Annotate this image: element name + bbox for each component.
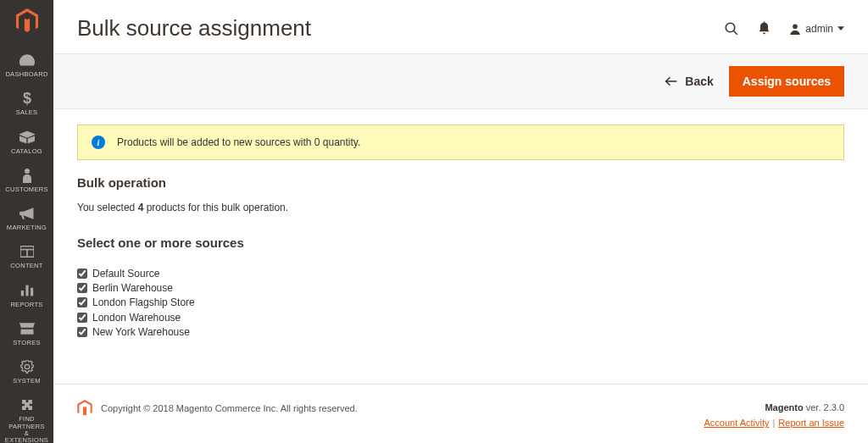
copyright-text: Copyright © 2018 Magento Commerce Inc. A… — [101, 403, 358, 413]
svg-rect-6 — [25, 285, 28, 296]
page-header: Bulk source assignment admin — [53, 0, 868, 53]
assign-sources-button[interactable]: Assign sources — [729, 66, 844, 97]
source-label[interactable]: Default Source — [92, 267, 159, 280]
source-item: London Warehouse — [77, 311, 844, 324]
sidebar-item-label: REPORTS — [2, 302, 52, 308]
chevron-down-icon — [837, 26, 844, 31]
notice-text: Products will be added to new sources wi… — [117, 136, 360, 148]
page-title: Bulk source assignment — [77, 15, 311, 42]
sidebar-item-marketing[interactable]: MARKETING — [0, 200, 53, 238]
source-checkbox[interactable] — [77, 283, 87, 293]
source-label[interactable]: London Flagship Store — [92, 296, 195, 309]
version-info: Magento ver. 2.3.0 — [704, 400, 844, 416]
puzzle-icon — [2, 396, 52, 413]
sidebar-item-label: CONTENT — [2, 263, 52, 269]
sidebar-item-label: CUSTOMERS — [2, 186, 52, 193]
footer: Copyright © 2018 Magento Commerce Inc. A… — [53, 384, 868, 443]
sidebar-item-label: SYSTEM — [2, 378, 52, 385]
bars-icon — [2, 282, 52, 299]
sidebar-item-label: MARKETING — [2, 224, 52, 231]
sidebar: DASHBOARD $ SALES CATALOG CUSTOMERS MARK… — [0, 0, 53, 443]
source-checkbox[interactable] — [77, 269, 87, 279]
megaphone-icon — [2, 205, 52, 222]
source-checkbox[interactable] — [77, 313, 87, 323]
sidebar-item-customers[interactable]: CUSTOMERS — [0, 162, 53, 200]
sidebar-item-label: CATALOG — [2, 148, 52, 155]
svg-point-10 — [793, 24, 798, 29]
sidebar-item-content[interactable]: CONTENT — [0, 238, 53, 276]
source-label[interactable]: Berlin Warehouse — [92, 281, 173, 295]
sidebar-item-reports[interactable]: REPORTS — [0, 277, 53, 315]
sidebar-item-label: STORES — [2, 340, 52, 346]
source-item: New York Warehouse — [77, 325, 844, 339]
source-list: Default Source Berlin Warehouse London F… — [77, 267, 844, 339]
report-issue-link[interactable]: Report an Issue — [778, 418, 844, 428]
gauge-icon — [2, 52, 52, 69]
notifications-icon[interactable] — [758, 21, 771, 36]
user-menu[interactable]: admin — [789, 23, 844, 35]
source-item: Berlin Warehouse — [77, 281, 844, 295]
svg-point-1 — [25, 169, 30, 174]
sidebar-item-dashboard[interactable]: DASHBOARD — [0, 47, 53, 85]
magento-logo-small — [77, 400, 92, 417]
source-label[interactable]: New York Warehouse — [92, 325, 190, 339]
back-button[interactable]: Back — [665, 75, 713, 88]
source-label[interactable]: London Warehouse — [92, 311, 181, 324]
sidebar-item-label: DASHBOARD — [2, 71, 52, 78]
source-checkbox[interactable] — [77, 297, 87, 307]
source-item: Default Source — [77, 267, 844, 280]
sidebar-item-label: FIND PARTNERS & EXTENSIONS — [2, 416, 52, 443]
layout-icon — [2, 243, 52, 260]
bulk-operation-title: Bulk operation — [77, 175, 844, 190]
source-checkbox[interactable] — [77, 327, 87, 337]
search-icon[interactable] — [724, 21, 739, 36]
sidebar-item-label: SALES — [2, 109, 52, 116]
dollar-icon: $ — [2, 90, 52, 107]
svg-rect-7 — [31, 287, 33, 296]
gear-icon — [2, 358, 52, 375]
source-item: London Flagship Store — [77, 296, 844, 309]
svg-rect-5 — [20, 291, 23, 296]
sources-title: Select one or more sources — [77, 235, 844, 250]
account-activity-link[interactable]: Account Activity — [704, 418, 769, 428]
info-icon: i — [92, 136, 105, 149]
storefront-icon — [2, 320, 52, 337]
sidebar-item-catalog[interactable]: CATALOG — [0, 124, 53, 162]
svg-point-8 — [726, 23, 736, 32]
sidebar-item-stores[interactable]: STORES — [0, 315, 53, 353]
selection-summary: You selected 4 products for this bulk op… — [77, 202, 844, 213]
sidebar-item-partners[interactable]: FIND PARTNERS & EXTENSIONS — [0, 391, 53, 443]
svg-line-9 — [734, 30, 738, 35]
action-bar: Back Assign sources — [53, 53, 868, 109]
arrow-left-icon — [665, 76, 678, 86]
sidebar-item-sales[interactable]: $ SALES — [0, 85, 53, 123]
box-icon — [2, 129, 52, 146]
person-icon — [2, 167, 52, 184]
svg-text:$: $ — [22, 91, 31, 106]
info-notice: i Products will be added to new sources … — [77, 125, 844, 160]
sidebar-item-system[interactable]: SYSTEM — [0, 353, 53, 391]
magento-logo[interactable] — [14, 8, 41, 34]
user-label: admin — [805, 23, 833, 35]
